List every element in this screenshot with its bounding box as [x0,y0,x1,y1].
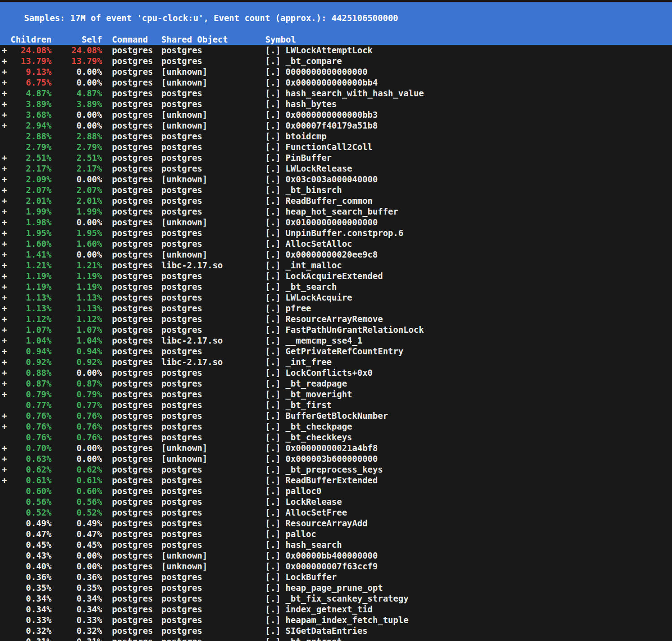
expand-toggle[interactable]: + [0,163,8,174]
expand-toggle[interactable]: + [0,410,8,421]
table-row[interactable]: + 2.17% 2.17% postgres postgres [.]LWLoc… [0,163,672,174]
expand-toggle[interactable] [0,636,8,641]
table-row[interactable]: + 9.13% 0.00% postgres [unknown] [.]0000… [0,66,672,77]
table-row[interactable]: 0.32% 0.32% postgres postgres [.]SIGetDa… [0,625,672,636]
table-row[interactable]: + 1.13% 1.13% postgres postgres [.]LWLoc… [0,292,672,303]
expand-toggle[interactable] [0,400,8,410]
table-row[interactable]: + 1.13% 1.13% postgres postgres [.]pfree [0,303,672,314]
table-row[interactable]: + 0.87% 0.87% postgres postgres [.]_bt_r… [0,378,672,389]
expand-toggle[interactable] [0,486,8,496]
expand-toggle[interactable]: + [0,378,8,389]
table-row[interactable]: 0.31% 0.31% postgres postgres [.]_bt_get… [0,636,672,641]
expand-toggle[interactable]: + [0,346,8,357]
expand-toggle[interactable]: + [0,367,8,378]
expand-toggle[interactable]: + [0,174,8,185]
expand-toggle[interactable] [0,142,8,152]
expand-toggle[interactable]: + [0,109,8,120]
expand-toggle[interactable]: + [0,464,8,475]
table-row[interactable]: + 1.07% 1.07% postgres postgres [.]FastP… [0,324,672,335]
expand-toggle[interactable] [0,604,8,615]
table-row[interactable]: + 0.70% 0.00% postgres [unknown] [.]0x00… [0,443,672,453]
expand-toggle[interactable] [0,615,8,625]
expand-toggle[interactable]: + [0,260,8,271]
expand-toggle[interactable]: + [0,314,8,324]
expand-toggle[interactable]: + [0,56,8,66]
expand-toggle[interactable] [0,593,8,604]
table-row[interactable]: + 1.19% 1.19% postgres postgres [.]LockA… [0,271,672,281]
expand-toggle[interactable]: + [0,303,8,314]
expand-toggle[interactable]: + [0,185,8,195]
expand-toggle[interactable] [0,539,8,550]
expand-toggle[interactable]: + [0,45,8,56]
table-row[interactable]: + 6.75% 0.00% postgres [unknown] [.]0x00… [0,77,672,88]
table-row[interactable]: 0.76% 0.76% postgres postgres [.]_bt_che… [0,432,672,443]
expand-toggle[interactable] [0,561,8,572]
expand-toggle[interactable] [0,625,8,636]
table-row[interactable]: + 0.76% 0.76% postgres postgres [.]_bt_c… [0,421,672,432]
expand-toggle[interactable]: + [0,195,8,206]
table-row[interactable]: + 1.12% 1.12% postgres postgres [.]Resou… [0,314,672,324]
table-row[interactable]: + 0.61% 0.61% postgres postgres [.]ReadB… [0,475,672,486]
expand-toggle[interactable]: + [0,335,8,346]
expand-toggle[interactable]: + [0,120,8,131]
table-row[interactable]: + 2.09% 0.00% postgres [unknown] [.]0x03… [0,174,672,185]
table-row[interactable]: + 1.60% 1.60% postgres postgres [.]Alloc… [0,238,672,249]
expand-toggle[interactable]: + [0,389,8,400]
expand-toggle[interactable]: + [0,421,8,432]
table-row[interactable]: 2.88% 2.88% postgres postgres [.]btoidcm… [0,131,672,142]
table-row[interactable]: + 0.92% 0.92% postgres libc-2.17.so [.]_… [0,357,672,367]
expand-toggle[interactable] [0,582,8,593]
table-row[interactable]: + 0.62% 0.62% postgres postgres [.]_bt_p… [0,464,672,475]
table-row[interactable]: + 2.51% 2.51% postgres postgres [.]PinBu… [0,152,672,163]
expand-toggle[interactable]: + [0,357,8,367]
expand-toggle[interactable] [0,131,8,142]
table-row[interactable]: + 2.94% 0.00% postgres [unknown] [.]0x00… [0,120,672,131]
expand-toggle[interactable]: + [0,249,8,260]
table-row[interactable]: + 0.79% 0.79% postgres postgres [.]_bt_m… [0,389,672,400]
table-row[interactable]: 0.56% 0.56% postgres postgres [.]LockRel… [0,496,672,507]
table-row[interactable]: 0.45% 0.45% postgres postgres [.]hash_se… [0,539,672,550]
expand-toggle[interactable] [0,507,8,518]
expand-toggle[interactable]: + [0,217,8,228]
expand-toggle[interactable]: + [0,475,8,486]
expand-toggle[interactable]: + [0,66,8,77]
table-row[interactable]: 0.40% 0.00% postgres [unknown] [.]0x0000… [0,561,672,572]
expand-toggle[interactable] [0,529,8,539]
table-row[interactable]: + 0.76% 0.76% postgres postgres [.]Buffe… [0,410,672,421]
expand-toggle[interactable] [0,518,8,529]
table-row[interactable]: 0.35% 0.35% postgres postgres [.]heap_pa… [0,582,672,593]
expand-toggle[interactable]: + [0,281,8,292]
expand-toggle[interactable]: + [0,88,8,99]
table-row[interactable]: 2.79% 2.79% postgres postgres [.]Functio… [0,142,672,152]
table-row[interactable]: 0.77% 0.77% postgres postgres [.]_bt_fir… [0,400,672,410]
expand-toggle[interactable]: + [0,99,8,109]
table-row[interactable]: + 4.87% 4.87% postgres postgres [.]hash_… [0,88,672,99]
expand-toggle[interactable]: + [0,238,8,249]
table-row[interactable]: + 0.94% 0.94% postgres postgres [.]GetPr… [0,346,672,357]
table-row[interactable]: 0.47% 0.47% postgres postgres [.]palloc [0,529,672,539]
table-row[interactable]: + 1.21% 1.21% postgres libc-2.17.so [.]_… [0,260,672,271]
table-row[interactable]: + 1.04% 1.04% postgres libc-2.17.so [.]_… [0,335,672,346]
expand-toggle[interactable]: + [0,77,8,88]
expand-toggle[interactable]: + [0,324,8,335]
table-row[interactable]: + 0.88% 0.00% postgres postgres [.]LockC… [0,367,672,378]
expand-toggle[interactable] [0,496,8,507]
table-row[interactable]: + 3.89% 3.89% postgres postgres [.]hash_… [0,99,672,109]
expand-toggle[interactable]: + [0,206,8,217]
expand-toggle[interactable]: + [0,271,8,281]
table-row[interactable]: + 1.98% 0.00% postgres [unknown] [.]0x01… [0,217,672,228]
table-row[interactable]: + 2.01% 2.01% postgres postgres [.]ReadB… [0,195,672,206]
table-row[interactable]: 0.33% 0.33% postgres postgres [.]heapam_… [0,615,672,625]
expand-toggle[interactable]: + [0,443,8,453]
table-row[interactable]: + 1.41% 0.00% postgres [unknown] [.]0x00… [0,249,672,260]
expand-toggle[interactable]: + [0,453,8,464]
expand-toggle[interactable]: + [0,228,8,238]
table-row[interactable]: + 3.68% 0.00% postgres [unknown] [.]0x00… [0,109,672,120]
table-row[interactable]: 0.43% 0.00% postgres [unknown] [.]0x0000… [0,550,672,561]
expand-toggle[interactable] [0,550,8,561]
expand-toggle[interactable] [0,432,8,443]
table-row[interactable]: 0.36% 0.36% postgres postgres [.]LockBuf… [0,572,672,582]
expand-toggle[interactable]: + [0,152,8,163]
table-row[interactable]: + 1.95% 1.95% postgres postgres [.]Unpin… [0,228,672,238]
table-row[interactable]: 0.60% 0.60% postgres postgres [.]palloc0 [0,486,672,496]
